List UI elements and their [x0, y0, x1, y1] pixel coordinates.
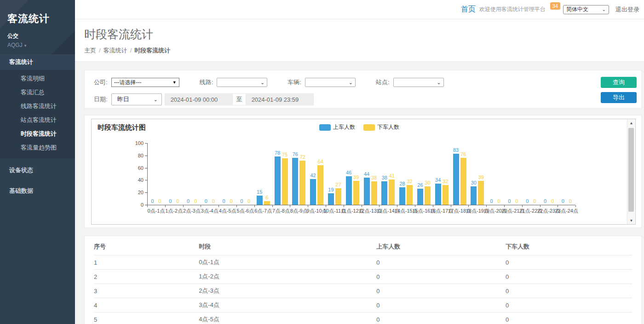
sidebar: 客流统计 公交 AQGJ▾ 客流统计 客流明细客流汇总线路客流统计站点客流统计时… [0, 0, 75, 324]
bar-value-label: 76 [457, 151, 470, 157]
scrollbar-thumb[interactable] [628, 128, 634, 212]
x-tick [183, 205, 184, 207]
table-cell: 0点-1点 [199, 255, 376, 270]
filter-select[interactable]: ---请选择---▼ [111, 78, 179, 87]
logo-area: 客流统计 公交 AQGJ▾ [0, 0, 75, 54]
org-dropdown[interactable]: AQGJ▾ [7, 42, 75, 48]
bar-上车人数 [471, 186, 477, 205]
breadcrumb-home[interactable]: 主页 [84, 47, 96, 54]
table-header-cell: 序号 [94, 238, 199, 255]
table-row: 54点-5点00 [94, 312, 632, 324]
breadcrumb-section[interactable]: 客流统计 [104, 47, 127, 54]
language-value: 简体中文 [566, 6, 588, 13]
language-select[interactable]: 简体中文 ⌄ [563, 5, 609, 14]
x-tick [290, 205, 290, 207]
date-to-input[interactable]: 2024-01-09 23:59 [246, 93, 314, 105]
table-row: 10点-1点00 [94, 255, 632, 270]
scroll-down-icon[interactable]: ▼ [627, 217, 635, 225]
table-row: 43点-4点00 [94, 298, 632, 312]
filter-select[interactable]: ⌄ [393, 78, 444, 87]
chevron-down-icon: ⌄ [602, 7, 606, 12]
chevron-down-icon: ⌄ [437, 80, 441, 85]
app-title: 客流统计 [7, 12, 75, 26]
bar-value-label: 64 [314, 159, 327, 164]
sidebar-subitem[interactable]: 线路客流统计 [0, 99, 75, 113]
table-row: 21点-2点00 [94, 270, 632, 284]
table-cell: 0 [506, 255, 632, 270]
bar-上车人数 [328, 193, 334, 205]
hourly-table: 序号时段上车人数下车人数 10点-1点0021点-2点0032点-3点0043点… [94, 238, 632, 324]
chart-title: 时段车流统计图 [98, 123, 146, 132]
bar-value-label: 0 [564, 198, 577, 204]
bar-上车人数 [381, 181, 387, 205]
bar-下车人数 [264, 201, 270, 205]
sidebar-subitem[interactable]: 客流汇总 [0, 86, 75, 99]
y-tick-label: 100 [130, 140, 144, 146]
table-cell: 0 [376, 312, 506, 324]
home-link[interactable]: 首页 [461, 5, 476, 14]
page-heading: 时段客流统计 主页/客流统计/时段客流统计 [75, 19, 644, 62]
filter-select[interactable]: ⌄ [217, 78, 267, 87]
chart-scrollbar[interactable]: ▲ ▼ [627, 120, 635, 225]
y-tick-label: 0 [130, 202, 144, 208]
bar-下车人数 [443, 185, 448, 205]
scroll-up-icon[interactable]: ▲ [627, 120, 635, 127]
bar-value-label: 72 [296, 154, 309, 160]
legend-swatch [363, 124, 375, 131]
date-from-input[interactable]: 2024-01-09 00:00 [165, 93, 233, 105]
filter-group: 公司:---请选择---▼ [94, 78, 179, 87]
legend-entry[interactable]: 上车人数 [319, 123, 355, 131]
chart: 时段车流统计图 上车人数下车人数 020406080100000点-1点001点… [91, 119, 636, 225]
table-body: 10点-1点0021点-2点0032点-3点0043点-4点0054点-5点00… [94, 255, 632, 324]
x-tick [486, 205, 487, 207]
sidebar-subitem[interactable]: 站点客流统计 [0, 113, 75, 127]
table-panel: 序号时段上车人数下车人数 10点-1点0021点-2点0032点-3点0043点… [84, 236, 642, 324]
x-category-label: 7点-8点 [272, 208, 290, 214]
x-tick [218, 205, 219, 207]
x-tick [379, 205, 380, 207]
x-tick [147, 205, 148, 207]
export-button[interactable]: 导出 [601, 92, 637, 103]
y-tick [145, 168, 147, 168]
chevron-down-icon: ⌄ [349, 80, 353, 85]
bar-value-label: 41 [385, 173, 398, 179]
bar-下车人数 [353, 181, 359, 205]
table-cell: 0 [506, 298, 632, 312]
date-separator: 至 [233, 93, 246, 105]
x-category-label: 8点-9点 [290, 208, 308, 214]
legend-entry[interactable]: 下车人数 [363, 123, 399, 131]
x-tick [575, 205, 576, 207]
bar-上车人数 [435, 184, 441, 205]
x-category-label: 1点-2点 [165, 208, 183, 214]
bar-上车人数 [275, 156, 281, 205]
logout-link[interactable]: 退出登录 [615, 6, 639, 14]
x-tick [362, 205, 362, 207]
query-button[interactable]: 查询 [601, 77, 637, 88]
table-cell: 0 [376, 255, 506, 270]
table-cell: 3点-4点 [199, 298, 376, 312]
y-tick-label: 20 [130, 190, 144, 195]
bar-下车人数 [282, 158, 288, 205]
sidebar-subitem[interactable]: 时段客流统计 [0, 127, 75, 141]
page-title: 时段客流统计 [84, 27, 644, 42]
bar-下车人数 [371, 181, 377, 205]
date-preset-value: 昨日 [117, 95, 129, 104]
date-preset-select[interactable]: 昨日 ⌄ [111, 93, 162, 105]
x-category-label: 4点-5点 [219, 208, 236, 214]
sidebar-item-device-status[interactable]: 设备状态 [0, 162, 75, 179]
bar-下车人数 [299, 161, 305, 205]
x-category-label: 6点-7点 [254, 208, 272, 214]
y-tick-label: 80 [130, 153, 144, 158]
legend-label: 上车人数 [333, 123, 355, 131]
x-tick [165, 205, 166, 207]
filter-select[interactable]: ⌄ [305, 78, 356, 87]
sidebar-item-base-data[interactable]: 基础数据 [0, 182, 75, 200]
bar-value-label: 27 [332, 182, 345, 187]
sidebar-subitem[interactable]: 客流明细 [0, 72, 75, 86]
x-tick [451, 205, 451, 207]
filter-row-selects: 公司:---请选择---▼线路:⌄车辆:⌄站点:⌄ [94, 78, 634, 87]
notification-badge[interactable]: 34 [550, 2, 560, 10]
sidebar-item-passenger-stats[interactable]: 客流统计 [0, 54, 75, 70]
sidebar-subitem[interactable]: 客流量趋势图 [0, 141, 75, 155]
x-tick [468, 205, 469, 207]
